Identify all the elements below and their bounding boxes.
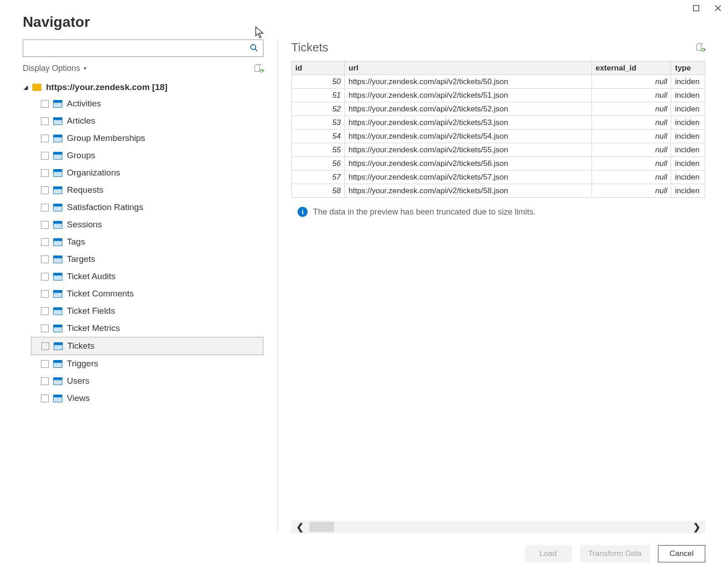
tree-item[interactable]: Users	[31, 372, 263, 390]
table-row[interactable]: 53https://your.zendesk.com/api/v2/ticket…	[292, 116, 705, 130]
tree-item[interactable]: Ticket Audits	[31, 268, 263, 285]
svg-rect-0	[693, 5, 699, 11]
table-row[interactable]: 56https://your.zendesk.com/api/v2/ticket…	[292, 157, 705, 170]
checkbox[interactable]	[41, 221, 49, 229]
load-button[interactable]: Load	[525, 545, 572, 562]
cell-id: 57	[292, 170, 345, 184]
checkbox[interactable]	[41, 100, 49, 108]
transform-data-button[interactable]: Transform Data	[580, 545, 650, 562]
tree-item[interactable]: Requests	[31, 181, 263, 199]
table-icon	[53, 360, 62, 368]
cancel-button[interactable]: Cancel	[658, 545, 705, 562]
checkbox[interactable]	[41, 290, 49, 298]
column-header[interactable]: type	[671, 61, 705, 75]
cell-external-id: null	[592, 143, 671, 157]
table-icon	[53, 117, 62, 125]
tree-item[interactable]: Sessions	[31, 216, 263, 233]
table-icon	[53, 273, 62, 280]
table-icon	[53, 238, 62, 246]
tree-item-label: Groups	[67, 150, 95, 160]
checkbox[interactable]	[41, 152, 49, 160]
table-icon	[53, 307, 62, 315]
tree-item-label: Views	[67, 393, 90, 403]
scroll-right-icon[interactable]: ❯	[691, 521, 703, 532]
cell-external-id: null	[592, 157, 671, 170]
table-icon	[53, 395, 62, 402]
display-options-label: Display Options	[23, 64, 80, 73]
tree-item-label: Ticket Fields	[67, 306, 115, 316]
cell-url: https://your.zendesk.com/api/v2/tickets/…	[345, 102, 592, 116]
tree-item-label: Targets	[67, 254, 95, 264]
info-icon: i	[298, 207, 308, 217]
cell-type: inciden	[671, 157, 705, 170]
checkbox[interactable]	[41, 186, 49, 194]
cell-type: inciden	[671, 102, 705, 116]
column-header[interactable]: external_id	[592, 61, 671, 75]
checkbox[interactable]	[41, 325, 49, 332]
cell-id: 53	[292, 116, 345, 130]
table-row[interactable]: 50https://your.zendesk.com/api/v2/ticket…	[292, 75, 705, 89]
tree-item[interactable]: Articles	[31, 112, 263, 130]
preview-table: idurlexternal_idtype 50https://your.zend…	[291, 61, 705, 198]
checkbox[interactable]	[41, 169, 49, 177]
checkbox[interactable]	[41, 377, 49, 385]
checkbox[interactable]	[41, 255, 49, 263]
dialog-footer: Load Transform Data Cancel	[23, 533, 705, 562]
checkbox[interactable]	[41, 307, 49, 315]
cell-url: https://your.zendesk.com/api/v2/tickets/…	[345, 89, 592, 102]
table-icon	[53, 169, 62, 177]
tree-item[interactable]: Views	[31, 390, 263, 407]
checkbox[interactable]	[41, 135, 49, 142]
tree-item[interactable]: Activities	[31, 95, 263, 112]
checkbox[interactable]	[41, 360, 49, 368]
tree-item[interactable]: Ticket Fields	[31, 302, 263, 320]
cell-id: 50	[292, 75, 345, 89]
refresh-icon[interactable]: ⟳	[253, 63, 263, 73]
tree-item[interactable]: Ticket Metrics	[31, 320, 263, 337]
tree-item[interactable]: Tickets	[31, 337, 263, 355]
column-header[interactable]: id	[292, 61, 345, 75]
table-row[interactable]: 52https://your.zendesk.com/api/v2/ticket…	[292, 102, 705, 116]
tree-item-label: Tickets	[67, 341, 94, 351]
checkbox[interactable]	[41, 204, 49, 211]
cell-id: 55	[292, 143, 345, 157]
tree-item-label: Activities	[67, 99, 101, 109]
tree-item[interactable]: Group Memberships	[31, 130, 263, 147]
cell-type: inciden	[671, 184, 705, 198]
maximize-icon[interactable]	[692, 4, 701, 13]
tree-root[interactable]: ◢ https://your.zendesk.com [18]	[23, 80, 263, 95]
tree-item[interactable]: Organizations	[31, 164, 263, 181]
tree-item[interactable]: Targets	[31, 250, 263, 268]
table-row[interactable]: 58https://your.zendesk.com/api/v2/ticket…	[292, 184, 705, 198]
checkbox[interactable]	[41, 238, 49, 246]
table-row[interactable]: 55https://your.zendesk.com/api/v2/ticket…	[292, 143, 705, 157]
column-header[interactable]: url	[345, 61, 592, 75]
checkbox[interactable]	[41, 342, 49, 350]
table-row[interactable]: 51https://your.zendesk.com/api/v2/ticket…	[292, 89, 705, 102]
checkbox[interactable]	[41, 395, 49, 402]
search-input[interactable]	[28, 44, 249, 53]
scroll-thumb[interactable]	[309, 522, 334, 532]
tree-item[interactable]: Groups	[31, 147, 263, 164]
checkbox[interactable]	[41, 117, 49, 125]
cell-type: inciden	[671, 143, 705, 157]
checkbox[interactable]	[41, 273, 49, 280]
tree-item[interactable]: Triggers	[31, 355, 263, 372]
search-icon[interactable]	[249, 43, 258, 54]
search-input-wrap[interactable]	[23, 40, 263, 57]
close-icon[interactable]	[713, 4, 723, 13]
table-row[interactable]: 57https://your.zendesk.com/api/v2/ticket…	[292, 170, 705, 184]
table-row[interactable]: 54https://your.zendesk.com/api/v2/ticket…	[292, 130, 705, 143]
tree-item[interactable]: Satisfaction Ratings	[31, 199, 263, 216]
scroll-left-icon[interactable]: ❮	[294, 521, 306, 532]
table-icon	[53, 186, 62, 194]
cell-type: inciden	[671, 116, 705, 130]
horizontal-scrollbar[interactable]: ❮ ❯	[291, 521, 705, 533]
display-options-button[interactable]: Display Options ▾	[23, 64, 86, 73]
tree-item[interactable]: Ticket Comments	[31, 285, 263, 302]
cell-id: 54	[292, 130, 345, 143]
table-icon	[54, 342, 63, 350]
preview-refresh-icon[interactable]: ⟳	[695, 42, 705, 52]
cell-external-id: null	[592, 89, 671, 102]
tree-item[interactable]: Tags	[31, 233, 263, 250]
